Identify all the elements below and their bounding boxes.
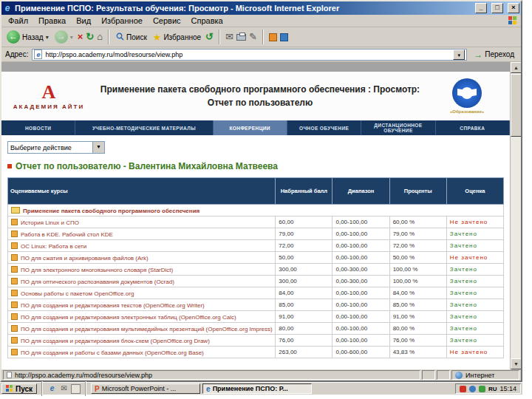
back-button[interactable]: ← Назад ▾ bbox=[5, 30, 50, 44]
stop-button[interactable]: × bbox=[78, 32, 83, 42]
back-dropdown-icon[interactable]: ▾ bbox=[46, 34, 49, 41]
table-row: ПО для создания и редактирования текстов… bbox=[8, 299, 504, 311]
zone-label: Интернет bbox=[466, 372, 494, 379]
go-button[interactable]: → Переход bbox=[471, 50, 517, 60]
menu-item[interactable]: Файл bbox=[3, 16, 33, 26]
course-link[interactable]: ПО для создания и редактирования электро… bbox=[21, 314, 236, 321]
education-emblem-icon bbox=[452, 78, 482, 108]
course-link[interactable]: ПО для оптического распознавания докумен… bbox=[21, 279, 174, 285]
column-header[interactable]: Оцениваемые курсы bbox=[8, 178, 276, 205]
grades-table: Оцениваемые курсыНабранный баллДиапазонП… bbox=[7, 177, 504, 358]
address-url: http://pspo.academy.ru/mod/resourse/view… bbox=[45, 51, 450, 58]
language-indicator[interactable]: RU bbox=[488, 386, 497, 392]
nav-tab[interactable]: СПРАВКА bbox=[436, 120, 510, 135]
mail-button[interactable]: ✉ bbox=[225, 32, 233, 42]
menu-bar: ФайлПравкаВидИзбранноеСервисСправка bbox=[1, 15, 521, 27]
taskbar-task[interactable]: PMicrosoft PowerPoint - ... bbox=[91, 383, 200, 394]
nav-tab[interactable]: УЧЕБНО-МЕТОДИЧЕСКИЕ МАТЕРИАЛЫ bbox=[75, 120, 213, 135]
go-label: Переход bbox=[485, 50, 514, 58]
vertical-scrollbar[interactable]: ▲ ▼ bbox=[510, 62, 521, 369]
address-input[interactable]: e http://pspo.academy.ru/mod/resourse/vi… bbox=[32, 49, 467, 61]
column-header[interactable]: Оценка bbox=[446, 178, 503, 205]
quicklaunch-desktop-icon[interactable] bbox=[71, 384, 81, 394]
course-link[interactable]: ПО для создания и редактирования мультим… bbox=[21, 326, 273, 332]
refresh-button[interactable]: ↻ bbox=[86, 32, 94, 42]
volume-icon[interactable] bbox=[479, 386, 485, 392]
taskbar-task[interactable]: eПрименение ПСПО: Р... bbox=[202, 383, 312, 394]
favorites-star-icon: ★ bbox=[153, 32, 162, 43]
score-cell: 72,00 bbox=[276, 240, 332, 252]
search-button[interactable]: Поиск bbox=[115, 30, 149, 44]
messenger-icon[interactable] bbox=[269, 33, 277, 41]
system-tray: RU 15:14 bbox=[455, 383, 521, 394]
address-dropdown-icon[interactable]: ▾ bbox=[453, 50, 465, 60]
taskbar-separator bbox=[41, 381, 43, 396]
edit-button[interactable]: ✎ bbox=[249, 32, 257, 42]
forward-button[interactable]: → ▾ bbox=[53, 30, 75, 44]
toolbar-separator bbox=[108, 30, 109, 44]
course-icon bbox=[11, 337, 18, 344]
menu-item[interactable]: Справка bbox=[186, 16, 228, 26]
column-header[interactable]: Проценты bbox=[389, 178, 446, 205]
select-arrow-icon: ▼ bbox=[92, 142, 104, 153]
nav-tab[interactable]: ДИСТАНЦИОННОЕ ОБУЧЕНИЕ bbox=[361, 120, 435, 135]
ie-window-icon: e bbox=[3, 4, 12, 13]
grade-cell: Зачтено bbox=[446, 264, 503, 276]
course-icon bbox=[11, 219, 18, 225]
menu-item[interactable]: Сервис bbox=[148, 16, 186, 26]
print-button[interactable] bbox=[236, 34, 246, 41]
close-button[interactable]: × bbox=[508, 3, 519, 13]
range-cell: 0,00-100,00 bbox=[332, 228, 389, 240]
nav-tab[interactable]: КОНФЕРЕНЦИИ bbox=[214, 120, 287, 135]
nav-tab[interactable]: НОВОСТИ bbox=[1, 120, 75, 135]
course-link[interactable]: ОС Linux: Работа в сети bbox=[21, 243, 86, 250]
grade-cell: Зачтено bbox=[446, 323, 503, 335]
course-link[interactable]: ПО для сжатия и архивирования файлов (Ar… bbox=[21, 255, 149, 262]
menu-item[interactable]: Избранное bbox=[96, 16, 148, 26]
course-link[interactable]: Основы работы с пакетом OpenOffice.org bbox=[21, 290, 134, 297]
grade-cell: Зачтено bbox=[446, 228, 503, 240]
course-link[interactable]: Работа в KDE. Рабочий стол KDE bbox=[21, 231, 113, 238]
course-cell: ПО для создания и редактирования текстов… bbox=[8, 299, 276, 311]
page-icon: e bbox=[34, 50, 42, 59]
grade-cell: Зачтено bbox=[446, 335, 503, 347]
column-header[interactable]: Диапазон bbox=[332, 178, 389, 205]
home-button[interactable]: ⌂ bbox=[97, 32, 103, 42]
minimize-button[interactable]: _ bbox=[475, 3, 487, 13]
menu-item[interactable]: Вид bbox=[71, 16, 96, 26]
nav-tab[interactable]: ОЧНОЕ ОБУЧЕНИЕ bbox=[287, 120, 361, 135]
course-icon bbox=[11, 290, 18, 296]
course-group-name[interactable]: Применение пакета свободного программног… bbox=[23, 208, 200, 214]
menu-item[interactable]: Правка bbox=[33, 16, 71, 26]
table-row: Работа в KDE. Рабочий стол KDE79,000,00-… bbox=[8, 228, 504, 240]
history-button[interactable]: ↺ bbox=[205, 32, 214, 42]
course-cell: История Linux и СПО bbox=[8, 216, 276, 228]
course-link[interactable]: История Linux и СПО bbox=[21, 219, 79, 226]
grade-cell: Не зачтено bbox=[446, 216, 503, 228]
course-link[interactable]: ПО для создания и редактирования текстов… bbox=[21, 302, 205, 309]
course-link[interactable]: ПО для создания и редактирования блок-сх… bbox=[21, 338, 210, 344]
quicklaunch-mail-icon[interactable]: ✉ bbox=[59, 384, 69, 394]
range-cell: 0,00-100,00 bbox=[332, 311, 389, 323]
title-bar[interactable]: e Применение ПСПО: Результаты обучения: … bbox=[1, 1, 521, 15]
scroll-thumb[interactable] bbox=[511, 74, 521, 137]
course-link[interactable]: ПО для создания и работы с базами данных… bbox=[21, 349, 204, 356]
scroll-down-icon[interactable]: ▼ bbox=[511, 358, 521, 369]
course-link[interactable]: ПО для электронного многоязычного словар… bbox=[21, 267, 173, 273]
network-icon[interactable] bbox=[469, 386, 476, 392]
antivirus-icon[interactable] bbox=[460, 386, 466, 392]
favorites-button[interactable]: ★ Избранное bbox=[151, 32, 202, 43]
score-cell: 76,00 bbox=[276, 335, 332, 347]
column-header[interactable]: Набранный балл bbox=[276, 178, 332, 205]
scroll-up-icon[interactable]: ▲ bbox=[511, 62, 521, 73]
percent-cell: 79,00 % bbox=[389, 228, 446, 240]
maximize-button[interactable]: □ bbox=[491, 3, 503, 13]
action-select[interactable]: Выберите действие ▼ bbox=[7, 141, 105, 154]
discuss-icon[interactable] bbox=[280, 33, 288, 41]
percent-cell: 85,00 % bbox=[389, 299, 446, 311]
start-button[interactable]: Пуск bbox=[1, 383, 37, 394]
grade-cell: Не зачтено bbox=[446, 347, 503, 358]
quicklaunch-ie-icon[interactable]: e bbox=[47, 384, 57, 394]
window-title: Применение ПСПО: Результаты обучения: Пр… bbox=[15, 4, 471, 13]
grade-cell: Не зачтено bbox=[446, 252, 503, 264]
